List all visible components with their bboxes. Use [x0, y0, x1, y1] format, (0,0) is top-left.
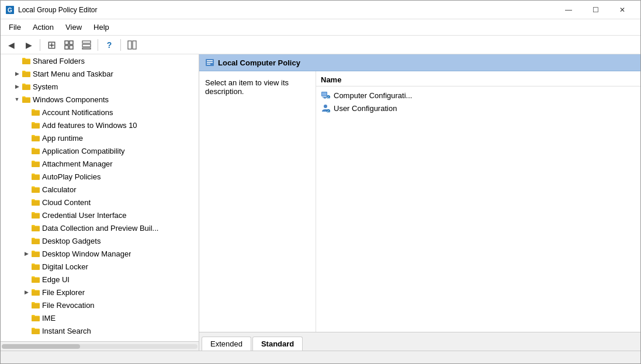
expander-start-menu[interactable]: ▶ [12, 69, 22, 78]
list-pane: Name G [316, 71, 640, 332]
label-credential-ui: Credential User Interface [42, 211, 127, 220]
expander-digital-locker [22, 262, 31, 271]
list-item-computer-configuration[interactable]: G Computer Configurati... [316, 89, 640, 102]
menu-action[interactable]: Action [27, 20, 60, 34]
forward-button[interactable]: ▶ [20, 37, 37, 53]
svg-rect-6 [82, 41, 91, 43]
expander-file-explorer[interactable]: ▶ [22, 287, 31, 297]
folder-icon-credential-ui [31, 210, 40, 220]
expander-system[interactable]: ▶ [12, 82, 22, 91]
show-scope-button[interactable] [61, 37, 77, 53]
tree-item-ime[interactable]: IME [1, 311, 199, 324]
tree-item-file-explorer[interactable]: ▶ File Explorer [1, 286, 199, 299]
list-item-user-configuration[interactable]: G User Configuration [316, 102, 640, 115]
restore-button[interactable]: ☐ [582, 1, 609, 19]
folder-icon-add-features [31, 120, 40, 130]
folder-icon-start-menu [22, 69, 31, 78]
folder-icon-digital-locker [31, 262, 40, 271]
svg-rect-13 [207, 62, 213, 63]
tree-item-calculator[interactable]: Calculator [1, 183, 199, 196]
svg-point-21 [324, 105, 327, 108]
tree-item-autoplay-policies[interactable]: AutoPlay Policies [1, 170, 199, 183]
help-button[interactable]: ? [101, 37, 117, 53]
folder-icon-autoplay-policies [31, 172, 40, 181]
tree-item-account-notifications[interactable]: Account Notifications [1, 106, 199, 119]
tree-item-desktop-gadgets[interactable]: Desktop Gadgets [1, 234, 199, 247]
tree-item-instant-search[interactable]: Instant Search [1, 324, 199, 337]
expander-calculator [22, 185, 31, 194]
tree-item-edge-ui[interactable]: Edge UI [1, 273, 199, 286]
tree-item-app-runtime[interactable]: App runtime [1, 131, 199, 144]
folder-icon-account-notifications [31, 108, 40, 117]
tree-item-shared-folders[interactable]: Shared Folders [1, 54, 199, 67]
tree-item-credential-user-interface[interactable]: Credential User Interface [1, 209, 199, 221]
close-button[interactable]: ✕ [609, 1, 636, 19]
label-system: System [33, 82, 58, 91]
label-computer-configuration: Computer Configurati... [334, 91, 412, 100]
folder-icon-file-revocation [31, 300, 40, 310]
label-cloud-content: Cloud Content [42, 198, 91, 207]
show-hide-button[interactable]: ⊞ [43, 37, 60, 53]
label-account-notifications: Account Notifications [42, 108, 113, 117]
label-calculator: Calculator [42, 185, 77, 194]
folder-icon-attachment-manager [31, 159, 40, 168]
svg-text:G: G [327, 96, 330, 99]
bottom-bar: Extended Standard [199, 332, 640, 351]
svg-rect-5 [70, 46, 73, 49]
label-autoplay-policies: AutoPlay Policies [42, 172, 101, 181]
svg-text:G: G [8, 7, 12, 13]
user-config-icon: G [321, 103, 330, 113]
title-bar: G Local Group Policy Editor — ☐ ✕ [1, 1, 640, 19]
folder-icon-desktop-gadgets [31, 236, 40, 245]
right-pane-header-icon [205, 58, 214, 67]
folder-icon-data-collection [31, 223, 40, 233]
tree-item-cloud-content[interactable]: Cloud Content [1, 196, 199, 209]
description-pane: Select an item to view its description. [199, 71, 316, 332]
right-pane-header: Local Computer Policy [199, 54, 640, 71]
tree-item-data-collection[interactable]: Data Collection and Preview Buil... [1, 221, 199, 234]
svg-rect-8 [82, 48, 91, 49]
tree-item-add-features[interactable]: Add features to Windows 10 [1, 119, 199, 131]
expander-file-revocation [22, 300, 31, 310]
folder-icon-desktop-window-manager [31, 249, 40, 258]
tree-item-start-menu[interactable]: ▶ Start Menu and Taskbar [1, 67, 199, 80]
label-data-collection: Data Collection and Preview Buil... [42, 224, 158, 233]
svg-rect-3 [70, 41, 73, 44]
tree-item-digital-locker[interactable]: Digital Locker [1, 260, 199, 273]
label-instant-search: Instant Search [42, 327, 91, 335]
menu-file[interactable]: File [3, 20, 27, 34]
right-pane: Local Computer Policy Select an item to … [199, 54, 640, 351]
expander-add-features [22, 120, 31, 130]
extended-view-button[interactable] [78, 37, 95, 53]
tree-item-attachment-manager[interactable]: Attachment Manager [1, 157, 199, 170]
customize-button[interactable] [124, 37, 140, 53]
expander-desktop-window-manager[interactable]: ▶ [22, 249, 31, 258]
menu-help[interactable]: Help [88, 20, 115, 34]
label-file-revocation: File Revocation [42, 301, 95, 310]
tree-item-windows-components[interactable]: ▼ Windows Components [1, 93, 199, 106]
back-button[interactable]: ◀ [3, 37, 19, 53]
expander-windows-components[interactable]: ▼ [12, 95, 22, 104]
expander-shared-folders [12, 56, 22, 65]
label-attachment-manager: Attachment Manager [42, 160, 113, 168]
tab-standard[interactable]: Standard [252, 337, 303, 351]
tree-scroll-area[interactable]: Shared Folders ▶ Start Menu and Taskbar [1, 54, 199, 341]
menu-view[interactable]: View [60, 20, 88, 34]
folder-icon-edge-ui [31, 275, 40, 284]
tree-item-desktop-window-manager[interactable]: ▶ Desktop Window Manager [1, 247, 199, 260]
expander-edge-ui [22, 275, 31, 284]
tab-extended[interactable]: Extended [202, 337, 251, 351]
label-windows-components: Windows Components [33, 95, 109, 104]
app-icon: G [5, 5, 15, 15]
label-user-configuration: User Configuration [334, 104, 397, 113]
tree-item-application-compatibility[interactable]: Application Compatibility [1, 144, 199, 157]
tree-item-file-revocation[interactable]: File Revocation [1, 299, 199, 311]
tree-item-system[interactable]: ▶ System [1, 80, 199, 93]
minimize-button[interactable]: — [555, 1, 582, 19]
tree-pane: Shared Folders ▶ Start Menu and Taskbar [1, 54, 199, 351]
computer-config-icon: G [321, 91, 330, 100]
tree-horizontal-scrollbar[interactable] [1, 341, 199, 351]
label-desktop-window-manager: Desktop Window Manager [42, 249, 131, 258]
svg-rect-14 [207, 64, 210, 65]
label-ime: IME [42, 314, 56, 323]
